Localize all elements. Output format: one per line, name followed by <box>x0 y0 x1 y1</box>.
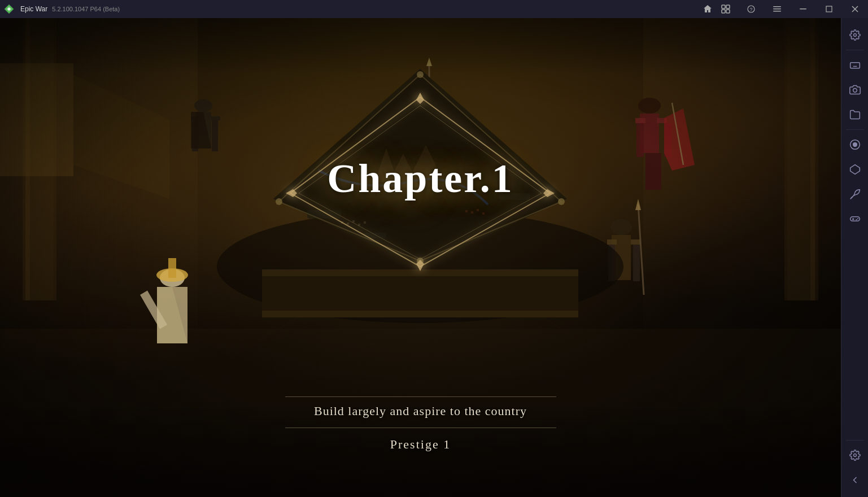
svg-rect-4 <box>726 5 730 8</box>
subtitle-text: Build largely and aspire to the country <box>251 404 590 418</box>
subtitle-line-top <box>285 396 556 397</box>
right-sidebar <box>841 18 868 497</box>
svg-rect-17 <box>850 63 860 68</box>
sidebar-divider-1 <box>846 50 864 50</box>
sidebar-keyboard-icon[interactable] <box>844 54 866 76</box>
svg-rect-9 <box>773 6 781 7</box>
sidebar-settings-icon[interactable] <box>844 24 866 46</box>
nav-home-button[interactable] <box>700 1 716 17</box>
app-version: 5.2.100.1047 P64 (Beta) <box>52 6 120 12</box>
svg-rect-131 <box>0 18 841 75</box>
svg-rect-12 <box>800 8 806 10</box>
svg-rect-13 <box>826 6 832 12</box>
sidebar-back-icon[interactable] <box>844 469 866 491</box>
svg-point-16 <box>853 34 856 37</box>
sidebar-eco-icon[interactable] <box>844 183 866 206</box>
svg-point-18 <box>853 89 857 93</box>
svg-rect-5 <box>722 10 725 13</box>
close-button[interactable] <box>842 0 868 18</box>
sidebar-settings-bottom-icon[interactable] <box>844 444 866 467</box>
sidebar-screenshot-icon[interactable] <box>844 79 866 101</box>
sidebar-divider-2 <box>846 129 864 130</box>
app-logo <box>0 0 18 18</box>
sidebar-layers-icon[interactable] <box>844 158 866 181</box>
game-area[interactable]: Chapter.1 Build largely and aspire to th… <box>0 18 841 497</box>
window-controls: ? <box>738 0 868 18</box>
menu-button[interactable] <box>764 0 790 18</box>
subtitle-area: Build largely and aspire to the country … <box>251 396 590 452</box>
titlebar: Epic War 5.2.100.1047 P64 (Beta) ? <box>0 0 868 18</box>
sidebar-divider-3 <box>846 440 864 441</box>
maximize-button[interactable] <box>816 0 842 18</box>
svg-rect-6 <box>726 10 730 13</box>
svg-rect-10 <box>773 8 781 10</box>
app-name: Epic War <box>20 5 47 13</box>
titlebar-nav-icons <box>695 1 738 17</box>
svg-rect-3 <box>722 5 725 8</box>
prestige-text: Prestige 1 <box>251 437 590 452</box>
sidebar-gamepad-icon[interactable] <box>844 208 866 230</box>
svg-marker-21 <box>850 165 860 175</box>
subtitle-line-bottom <box>285 428 556 428</box>
titlebar-content: Epic War 5.2.100.1047 P64 (Beta) <box>18 5 695 13</box>
help-button[interactable]: ? <box>738 0 764 18</box>
svg-point-20 <box>853 143 857 147</box>
minimize-button[interactable] <box>790 0 816 18</box>
sidebar-macro-icon[interactable] <box>844 133 866 156</box>
svg-point-26 <box>853 454 856 457</box>
svg-text:?: ? <box>749 7 752 12</box>
nav-multiwindow-button[interactable] <box>718 1 734 17</box>
sidebar-folder-icon[interactable] <box>844 103 866 126</box>
svg-rect-11 <box>773 11 781 12</box>
